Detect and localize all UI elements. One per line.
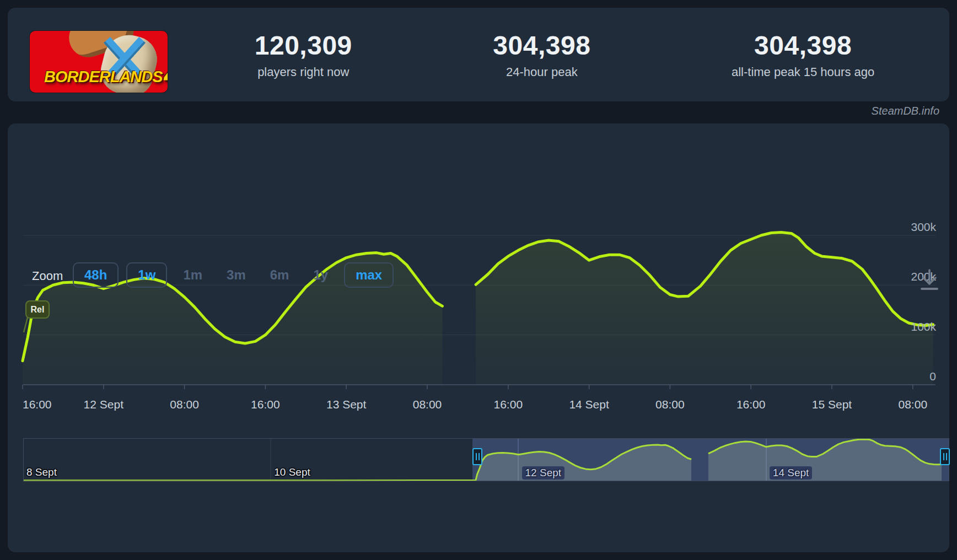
y-axis-label: 100k [849,320,936,333]
zoom-button-48h[interactable]: 48h [73,262,119,288]
handle-grip-icon [946,453,947,460]
y-axis-label: 300k [849,220,936,234]
x-axis-label: 16:00 [736,398,766,411]
x-axis-label: 16:00 [494,398,523,411]
handle-grip-icon [476,453,477,460]
navigator-date-label: 10 Sept [274,466,310,478]
zoom-button-1w[interactable]: 1w [126,262,167,288]
zoom-button-6m[interactable]: 6m [262,262,298,288]
handle-grip-icon [943,453,944,460]
x-axis-label: 15 Sept [812,398,852,411]
zoom-label: Zoom [32,269,63,283]
navigator-date-label: 14 Sept [770,466,813,480]
x-axis-label: 08:00 [413,398,442,411]
release-flag-marker[interactable]: Rel [25,300,50,319]
x-axis-label: 08:00 [655,398,685,411]
zoom-range-buttons: 48h1w1m3m6m1ymax [73,262,394,288]
x-axis-label: 12 Sept [84,398,123,411]
zoom-button-max[interactable]: max [344,262,394,288]
x-axis-label: 08:00 [899,398,928,411]
navigator-left-handle[interactable] [472,448,482,465]
x-axis-label: 14 Sept [569,398,609,411]
x-axis-label: 08:00 [170,398,199,411]
zoom-button-3m[interactable]: 3m [218,262,254,288]
x-axis-label: 13 Sept [326,398,366,411]
steamdb-chart-page: BORDERLANDS 4 120,309players right now30… [0,0,957,560]
download-button[interactable] [916,267,943,294]
download-icon [916,267,943,294]
y-axis-label: 0 [849,370,936,383]
handle-grip-icon [478,453,480,460]
navigator-right-handle[interactable] [940,448,950,465]
x-axis-label: 16:00 [251,398,280,411]
x-axis-label: 16:00 [23,398,52,411]
zoom-button-1y[interactable]: 1y [305,262,336,288]
navigator-date-label: 12 Sept [522,466,565,480]
navigator-date-label: 8 Sept [26,466,57,478]
zoom-button-1m[interactable]: 1m [175,262,211,288]
